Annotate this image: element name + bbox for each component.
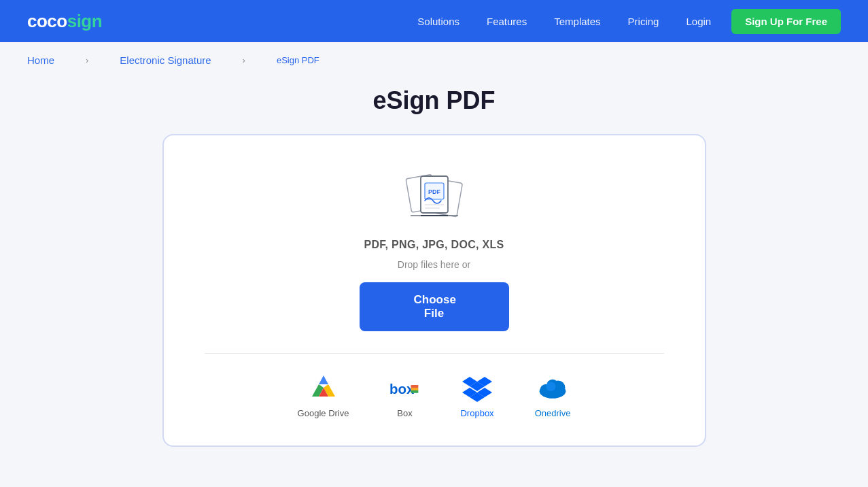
- svg-point-29: [546, 382, 555, 391]
- logo-coco: coco: [27, 11, 67, 32]
- dropbox-icon: [462, 373, 492, 403]
- page-title: eSign PDF: [372, 86, 495, 115]
- cloud-services: Google Drive box Box: [298, 373, 571, 418]
- nav-features[interactable]: Features: [487, 16, 527, 27]
- breadcrumb-home[interactable]: Home: [27, 54, 54, 66]
- breadcrumb-sep-2: ›: [243, 55, 245, 65]
- main-content: eSign PDF PDF: [0, 73, 868, 474]
- nav-solutions[interactable]: Solutions: [417, 16, 459, 27]
- box-label: Box: [397, 408, 412, 418]
- breadcrumb-current: eSign PDF: [277, 55, 319, 65]
- google-drive-label: Google Drive: [298, 408, 349, 418]
- google-drive-icon: [309, 373, 338, 403]
- onedrive-icon: [538, 373, 568, 403]
- drop-files-text: Drop files here or: [398, 259, 470, 270]
- nav-login[interactable]: Login: [686, 16, 711, 27]
- onedrive-service[interactable]: Onedrive: [535, 373, 571, 418]
- onedrive-label: Onedrive: [535, 408, 571, 418]
- divider: [205, 353, 664, 354]
- choose-file-button[interactable]: Choose File: [360, 282, 509, 331]
- nav-templates[interactable]: Templates: [554, 16, 600, 27]
- header: coco sign Solutions Features Templates P…: [0, 0, 868, 42]
- svg-marker-11: [319, 375, 328, 384]
- upload-card: PDF PDF, PNG, JPG, DOC, XLS Drop files h…: [162, 134, 706, 447]
- google-drive-service[interactable]: Google Drive: [298, 373, 349, 418]
- signup-button[interactable]: Sign Up For Free: [731, 9, 841, 34]
- svg-text:PDF: PDF: [428, 188, 441, 195]
- dropbox-label: Dropbox: [460, 408, 493, 418]
- main-nav: Solutions Features Templates Pricing Log…: [417, 16, 711, 27]
- logo[interactable]: coco sign: [27, 11, 102, 32]
- logo-sign: sign: [67, 11, 102, 32]
- breadcrumb-sep-1: ›: [86, 55, 88, 65]
- nav-pricing[interactable]: Pricing: [628, 16, 659, 27]
- svg-rect-16: [411, 385, 419, 388]
- file-types-label: PDF, PNG, JPG, DOC, XLS: [364, 239, 504, 251]
- breadcrumb-electronic-signature[interactable]: Electronic Signature: [120, 54, 211, 66]
- svg-text:box: box: [389, 382, 415, 397]
- dropbox-service[interactable]: Dropbox: [460, 373, 493, 418]
- document-illustration: PDF: [400, 169, 468, 224]
- box-service[interactable]: box Box: [389, 373, 419, 418]
- svg-rect-18: [411, 390, 419, 393]
- svg-rect-17: [411, 388, 419, 390]
- breadcrumb: Home › Electronic Signature › eSign PDF: [0, 42, 848, 73]
- box-icon: box: [389, 373, 419, 403]
